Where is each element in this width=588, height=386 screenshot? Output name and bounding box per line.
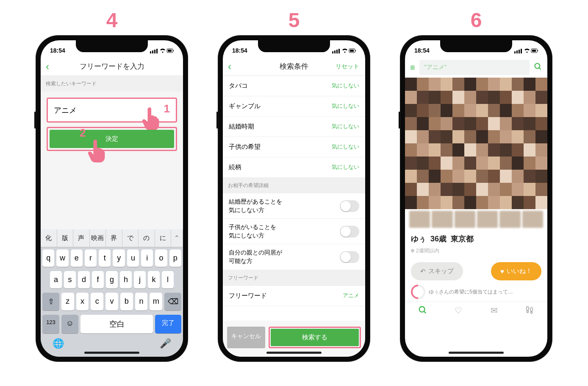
meter-icon	[408, 282, 428, 302]
key[interactable]: o	[155, 249, 167, 267]
profile-info: ゆぅ 36歳 東京都	[405, 229, 547, 246]
key[interactable]: m	[150, 293, 162, 310]
backspace-key[interactable]: ⌫	[164, 293, 181, 310]
key[interactable]: l	[162, 271, 174, 288]
page-title: フリーワードを入力	[80, 62, 144, 71]
suggestion-more-icon[interactable]: ⌃	[171, 229, 183, 247]
key[interactable]: b	[120, 293, 133, 310]
filter-label: 続柄	[229, 163, 241, 171]
key[interactable]: r	[85, 249, 97, 267]
key[interactable]: f	[92, 271, 104, 288]
globe-icon[interactable]: 🌐	[53, 338, 64, 349]
svg-point-12	[344, 52, 346, 53]
notch	[76, 40, 148, 52]
toggle-switch[interactable]	[340, 251, 359, 263]
search-button-highlight: 検索する	[269, 327, 361, 348]
tab-likes[interactable]: ♡	[441, 305, 476, 317]
phone-frame: 18:54 ≡ "アニメ" ゆぅ 36歳 東京都	[400, 35, 552, 362]
filter-row[interactable]: タバコ気にしない	[223, 76, 365, 96]
key[interactable]: v	[105, 293, 118, 310]
key[interactable]: u	[127, 249, 139, 267]
emoji-key[interactable]: ☺	[61, 315, 78, 333]
done-key[interactable]: 完了	[155, 315, 181, 333]
key[interactable]: c	[91, 293, 103, 310]
filter-label: タバコ	[229, 82, 248, 90]
step-column-4: 4 18:54 ‹ フリーワードを入力 検索したいキーワード 1	[36, 8, 188, 362]
navbar: ‹ フリーワードを入力	[41, 57, 183, 76]
filter-row[interactable]: ギャンブル気にしない	[223, 96, 365, 117]
key[interactable]: x	[76, 293, 89, 310]
page-title: 検索条件	[280, 62, 308, 71]
filter-row[interactable]: 結婚時期気にしない	[223, 117, 365, 137]
tab-search[interactable]	[405, 305, 441, 317]
filter-value: 気にしない	[332, 123, 359, 131]
status-time: 18:54	[232, 47, 247, 54]
key[interactable]: g	[106, 271, 118, 288]
thumbnail[interactable]	[522, 211, 543, 228]
tab-footprints[interactable]	[512, 305, 547, 317]
key[interactable]: y	[113, 249, 125, 267]
thumbnail[interactable]	[432, 211, 452, 228]
freeword-row[interactable]: フリーワードアニメ	[223, 286, 365, 306]
shift-key[interactable]: ⇧	[42, 293, 59, 310]
reset-button[interactable]: リセット	[336, 63, 359, 70]
key[interactable]: a	[50, 271, 62, 288]
profile-pref: 東京都	[451, 235, 474, 243]
numeric-key[interactable]: 123	[42, 315, 59, 333]
key[interactable]: p	[169, 249, 181, 267]
suggestion[interactable]: 界	[106, 229, 122, 247]
key[interactable]: i	[141, 249, 153, 267]
toggle-switch[interactable]	[340, 200, 359, 212]
key[interactable]: z	[61, 293, 74, 310]
back-icon[interactable]: ‹	[228, 61, 231, 73]
toggle-switch[interactable]	[340, 226, 359, 238]
key[interactable]: s	[64, 271, 76, 288]
key[interactable]: h	[120, 271, 132, 288]
suggestion[interactable]: 版	[57, 229, 74, 247]
mic-icon[interactable]: 🎤	[160, 338, 171, 349]
profile-photo[interactable]	[405, 78, 547, 209]
key[interactable]: t	[99, 249, 111, 267]
thumbnail[interactable]	[455, 211, 475, 228]
key[interactable]: e	[71, 249, 83, 267]
thumbnail[interactable]	[477, 211, 498, 228]
key[interactable]: k	[148, 271, 160, 288]
suggestion[interactable]: に	[155, 229, 172, 247]
home-indicator[interactable]	[449, 352, 504, 354]
cancel-button[interactable]: キャンセル	[227, 327, 265, 348]
search-field[interactable]: "アニメ"	[419, 60, 530, 75]
suggestion[interactable]: 化	[41, 229, 57, 247]
thumbnail[interactable]	[499, 211, 520, 228]
confirm-button[interactable]: 決定	[50, 130, 174, 148]
space-key[interactable]: 空白	[80, 315, 153, 333]
search-button[interactable]: 検索する	[271, 329, 359, 346]
svg-point-26	[419, 307, 425, 312]
search-icon[interactable]	[534, 62, 542, 73]
suggestion[interactable]: で	[122, 229, 139, 247]
key[interactable]: n	[135, 293, 148, 310]
toggle-label: 自分の親との同居が 可能な方	[229, 249, 282, 265]
filter-value: 気にしない	[332, 143, 359, 151]
key[interactable]: q	[42, 249, 54, 267]
svg-line-25	[539, 67, 541, 69]
filter-row[interactable]: 続柄気にしない	[223, 157, 365, 178]
filter-row[interactable]: 子供の希望気にしない	[223, 137, 365, 157]
tab-messages[interactable]: ✉	[476, 305, 512, 317]
filter-label: ギャンブル	[229, 102, 261, 110]
skip-button[interactable]: ↶ スキップ	[411, 262, 463, 280]
suggestion[interactable]: 声	[73, 229, 90, 247]
key[interactable]: d	[78, 271, 90, 288]
suggestion[interactable]: の	[139, 229, 155, 247]
home-indicator[interactable]	[266, 352, 322, 354]
key[interactable]: w	[56, 249, 68, 267]
thumbnail[interactable]	[409, 211, 430, 228]
back-icon[interactable]: ‹	[46, 61, 49, 73]
filter-list[interactable]: タバコ気にしない ギャンブル気にしない 結婚時期気にしない 子供の希望気にしない…	[223, 76, 365, 321]
home-indicator[interactable]	[84, 352, 139, 354]
search-header: ≡ "アニメ"	[405, 57, 547, 78]
suggestion[interactable]: 映画	[90, 229, 106, 247]
like-button[interactable]: ♥ いいね！	[491, 262, 541, 280]
key[interactable]: j	[134, 271, 146, 288]
svg-point-28	[527, 307, 529, 310]
menu-icon[interactable]: ≡	[410, 63, 415, 73]
